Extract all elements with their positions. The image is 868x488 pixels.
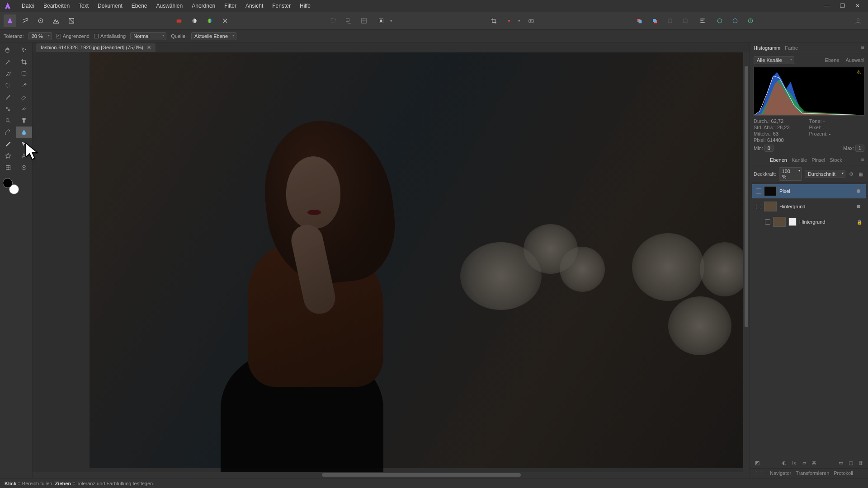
hand-tool-icon[interactable] xyxy=(0,44,16,56)
sync-up-icon[interactable] xyxy=(744,14,757,27)
layer-blend-dropdown[interactable]: Durchschnitt xyxy=(805,170,845,178)
paintbrush-tool-icon[interactable] xyxy=(0,91,16,103)
swatch-red-icon[interactable] xyxy=(173,14,185,27)
node-tool-icon[interactable] xyxy=(16,138,33,150)
arrange-dim1-icon[interactable] xyxy=(664,14,676,27)
colorpicker-tool-icon[interactable] xyxy=(0,56,16,68)
freehand-select-tool-icon[interactable] xyxy=(0,80,16,91)
layer-group-icon[interactable]: ▭ xyxy=(837,459,844,466)
quickmask-icon[interactable] xyxy=(375,14,387,27)
layers-menu-icon[interactable]: ≡ xyxy=(861,156,864,163)
floodfill-tool-icon[interactable] xyxy=(16,127,33,138)
shape-tool-icon[interactable] xyxy=(0,150,16,162)
layer-visibility-checkbox[interactable] xyxy=(765,219,770,225)
menu-fenster[interactable]: Fenster xyxy=(268,1,295,11)
menu-ebene[interactable]: Ebene xyxy=(127,1,152,11)
gradient-tool-icon[interactable] xyxy=(0,138,16,150)
persona-export-icon[interactable] xyxy=(65,14,78,27)
tab-navigator[interactable]: Navigator xyxy=(770,470,791,476)
persona-develop-icon[interactable] xyxy=(34,14,47,27)
layer-fx-icon[interactable]: fx xyxy=(791,459,798,466)
color-wheel-icon[interactable] xyxy=(203,14,216,27)
checker-icon[interactable]: ▦ xyxy=(858,170,864,178)
layer-vis-dot-icon[interactable] xyxy=(857,189,860,193)
align-icon[interactable] xyxy=(696,14,709,27)
heal-tool-icon[interactable] xyxy=(16,103,33,115)
arrange-back-icon[interactable] xyxy=(648,14,661,27)
panel-drag-icon[interactable]: ⋮⋮ xyxy=(754,470,764,476)
autolevels-icon[interactable] xyxy=(219,14,231,27)
selection-add-icon[interactable] xyxy=(342,14,355,27)
tolerance-dropdown[interactable]: 20 % xyxy=(28,32,52,40)
tab-stock[interactable]: Stock xyxy=(830,157,842,163)
tab-brushes[interactable]: Pinsel xyxy=(811,157,825,163)
clone-tool-icon[interactable] xyxy=(0,103,16,115)
canvas-vertical-scrollbar[interactable] xyxy=(743,52,750,472)
chevron-down-icon[interactable]: ▾ xyxy=(518,19,520,23)
persona-tonemap-icon[interactable] xyxy=(50,14,62,27)
histo-scope-selection[interactable]: Auswahl xyxy=(845,57,864,63)
panel-menu-icon[interactable]: ≡ xyxy=(861,44,864,51)
pen-tool-icon[interactable] xyxy=(0,127,16,138)
layer-mask-thumb[interactable] xyxy=(788,218,797,226)
target-tool-icon[interactable] xyxy=(16,162,33,174)
panel-drag-icon[interactable]: ⋮⋮ xyxy=(754,157,764,163)
sync-blue-icon[interactable] xyxy=(729,14,741,27)
menu-filter[interactable]: Filter xyxy=(220,1,241,11)
layer-delete-icon[interactable]: 🗑 xyxy=(857,459,864,466)
menu-datei[interactable]: Datei xyxy=(17,1,39,11)
tab-histogram[interactable]: Histogramm xyxy=(754,45,780,51)
greyscale-icon[interactable] xyxy=(188,14,201,27)
arrange-front-icon[interactable] xyxy=(633,14,646,27)
lock-icon[interactable]: 🔒 xyxy=(857,220,862,225)
move-tool-icon[interactable] xyxy=(16,44,33,56)
layer-name[interactable]: Pixel xyxy=(779,188,854,194)
document-tab[interactable]: fashion-6146328_1920.jpg [Geändert] (75,… xyxy=(36,43,156,52)
account-icon[interactable] xyxy=(852,14,864,27)
window-minimize-icon[interactable]: — xyxy=(823,2,831,10)
layer-adjust-icon[interactable]: ◐ xyxy=(781,459,788,466)
opacity-dropdown[interactable]: 100 % xyxy=(779,167,802,181)
tab-channels[interactable]: Kanäle xyxy=(792,157,807,163)
tab-layers[interactable]: Ebenen xyxy=(770,157,787,163)
erase-tool-icon[interactable] xyxy=(16,91,33,103)
chevron-down-icon[interactable]: ▾ xyxy=(390,19,392,23)
menu-ansicht[interactable]: Ansicht xyxy=(241,1,268,11)
canvas-horizontal-scrollbar[interactable] xyxy=(33,472,750,478)
layer-row[interactable]: Hintergrund xyxy=(752,199,866,214)
menu-anordnen[interactable]: Anordnen xyxy=(187,1,220,11)
source-dropdown[interactable]: Aktuelle Ebene xyxy=(191,32,236,40)
persona-photo-icon[interactable] xyxy=(4,14,16,27)
layer-vis-dot-icon[interactable] xyxy=(857,205,860,208)
channel-dropdown[interactable]: Alle Kanäle xyxy=(754,56,794,64)
text-tool-icon[interactable] xyxy=(16,115,33,127)
menu-auswaehlen[interactable]: Auswählen xyxy=(151,1,187,11)
magicwand-tool-icon[interactable] xyxy=(16,80,33,91)
histo-max-value[interactable]: 1 xyxy=(855,145,864,152)
layer-mask-icon[interactable]: ◩ xyxy=(754,459,761,466)
layer-add-icon[interactable]: ▢ xyxy=(847,459,854,466)
layer-link-icon[interactable]: ⌘ xyxy=(811,459,818,466)
layer-visibility-checkbox[interactable] xyxy=(756,204,761,209)
selection-grid-icon[interactable] xyxy=(358,14,370,27)
gear-icon[interactable]: ⚙ xyxy=(848,170,855,178)
window-close-icon[interactable]: ✕ xyxy=(854,2,862,10)
dodge-tool-icon[interactable] xyxy=(0,115,16,127)
sync-green-icon[interactable] xyxy=(713,14,726,27)
resize-icon[interactable] xyxy=(503,14,515,27)
blendmode-dropdown[interactable]: Normal xyxy=(130,32,166,40)
arrange-dim2-icon[interactable] xyxy=(679,14,692,27)
tab-history[interactable]: Protokoll xyxy=(834,470,853,476)
menu-hilfe[interactable]: Hilfe xyxy=(295,1,315,11)
menu-bearbeiten[interactable]: Bearbeiten xyxy=(39,1,74,11)
window-maximize-icon[interactable]: ❐ xyxy=(838,2,846,10)
selection-none-icon[interactable] xyxy=(327,14,340,27)
antialias-checkbox[interactable]: Antialiasing xyxy=(94,33,126,39)
foreground-color-swatch[interactable] xyxy=(3,178,13,188)
crop-icon[interactable] xyxy=(487,14,500,27)
menu-text[interactable]: Text xyxy=(74,1,93,11)
crop-tool-icon[interactable] xyxy=(16,56,33,68)
camera-icon[interactable] xyxy=(525,14,538,27)
layer-crop-icon[interactable]: ▱ xyxy=(801,459,808,466)
persona-liquify-icon[interactable] xyxy=(19,14,32,27)
